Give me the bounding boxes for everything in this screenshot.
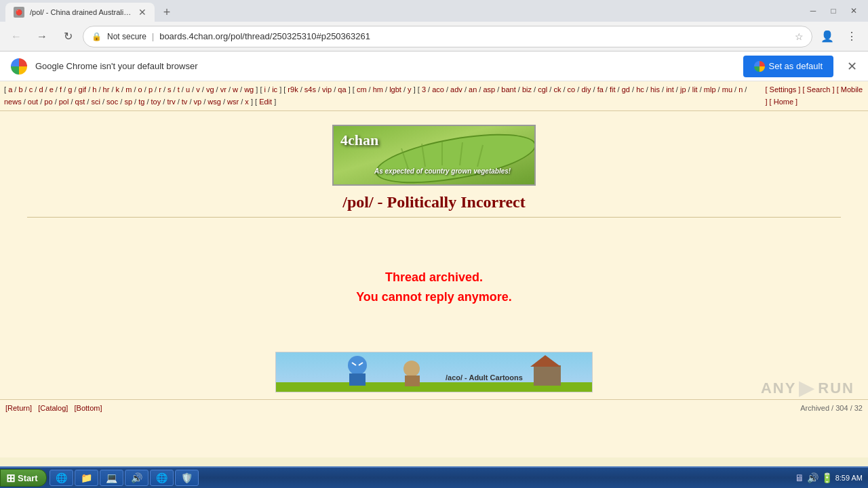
nav-link-bant[interactable]: bant	[501, 85, 515, 94]
nav-link-n[interactable]: n	[738, 85, 743, 94]
nav-link-qst[interactable]: qst	[75, 98, 85, 106]
nav-link-sp[interactable]: sp	[124, 98, 132, 106]
nav-link-cgl[interactable]: cgl	[538, 85, 547, 94]
nav-link-news[interactable]: news	[4, 98, 22, 106]
nav-link-trv[interactable]: trv	[167, 98, 175, 106]
nav-link-c[interactable]: c	[29, 85, 33, 94]
minimize-button[interactable]: ─	[804, 5, 822, 17]
forward-button[interactable]: →	[31, 26, 53, 47]
close-button[interactable]: ✕	[845, 5, 863, 17]
nav-link-co[interactable]: co	[568, 85, 576, 94]
nav-link-gd[interactable]: gd	[622, 85, 630, 94]
nav-link-f[interactable]: f	[60, 85, 62, 94]
nav-link-vg[interactable]: vg	[206, 85, 214, 94]
nav-link-his[interactable]: his	[650, 85, 660, 94]
nav-link-y[interactable]: y	[408, 85, 412, 94]
nav-link-hc[interactable]: hc	[636, 85, 644, 94]
nav-link-edit[interactable]: Edit	[259, 98, 272, 106]
nav-link-asp[interactable]: asp	[483, 85, 495, 94]
nav-link-lit[interactable]: lit	[692, 85, 698, 94]
nav-link-vp[interactable]: vp	[194, 98, 202, 106]
nav-link-hm[interactable]: hm	[373, 85, 383, 94]
nav-link-aco[interactable]: aco	[432, 85, 444, 94]
taskbar-item-media[interactable]: 🔊	[125, 470, 149, 486]
settings-link[interactable]: [ Settings ]	[765, 85, 800, 94]
nav-link-biz[interactable]: biz	[522, 85, 532, 94]
nav-link-s4s[interactable]: s4s	[304, 85, 316, 94]
nav-link-g[interactable]: g	[68, 85, 72, 94]
nav-link-e[interactable]: e	[50, 85, 54, 94]
nav-link-out[interactable]: out	[28, 98, 38, 106]
nav-link-pol[interactable]: pol	[59, 98, 69, 106]
menu-button[interactable]: ⋮	[841, 26, 863, 47]
nav-link-p[interactable]: p	[149, 85, 153, 94]
nav-link-u[interactable]: u	[186, 85, 190, 94]
back-button[interactable]: ←	[5, 26, 27, 47]
nav-link-t[interactable]: t	[178, 85, 180, 94]
catalog-link[interactable]: [Catalog]	[38, 404, 68, 412]
return-link[interactable]: [Return]	[5, 404, 32, 412]
nav-link-m[interactable]: m	[125, 85, 132, 94]
taskbar-item-chrome[interactable]: 🌐	[150, 470, 174, 486]
nav-link-d[interactable]: d	[39, 85, 43, 94]
nav-link-ck[interactable]: ck	[553, 85, 561, 94]
nav-link-jp[interactable]: jp	[680, 85, 686, 94]
home-link[interactable]: [ Home ]	[770, 98, 798, 106]
bottom-link[interactable]: [Bottom]	[75, 404, 102, 412]
nav-link-wsg[interactable]: wsg	[208, 98, 221, 106]
nav-link-r[interactable]: r	[159, 85, 161, 94]
search-link[interactable]: [ Search ]	[803, 85, 835, 94]
nav-link-adv[interactable]: adv	[450, 85, 462, 94]
nav-link-po[interactable]: po	[44, 98, 52, 106]
tab-close-button[interactable]: ✕	[138, 7, 146, 18]
nav-link-tg[interactable]: tg	[138, 98, 144, 106]
maximize-button[interactable]: □	[825, 5, 842, 17]
nav-link-int[interactable]: int	[666, 85, 674, 94]
nav-link-fa[interactable]: fa	[597, 85, 604, 94]
banner-close-button[interactable]: ✕	[847, 59, 857, 74]
new-tab-button[interactable]: +	[157, 3, 176, 22]
start-button[interactable]: ⊞ Start	[0, 469, 47, 487]
nav-link-i[interactable]: i	[264, 85, 266, 94]
nav-link-qa[interactable]: qa	[338, 85, 346, 94]
nav-link-3[interactable]: 3	[422, 85, 426, 94]
nav-link-b[interactable]: b	[18, 85, 22, 94]
active-tab[interactable]: 🔴 /pol/ - China drained Australian supp.…	[5, 3, 155, 22]
nav-link-soc[interactable]: soc	[106, 98, 118, 106]
nav-link-k[interactable]: k	[116, 85, 120, 94]
nav-link-a[interactable]: a	[8, 85, 12, 94]
ad-image[interactable]: /aco/ - Adult Cartoons	[275, 352, 593, 392]
nav-link-h[interactable]: h	[92, 85, 96, 94]
nav-link-lgbt[interactable]: lgbt	[389, 85, 401, 94]
nav-link-an[interactable]: an	[469, 85, 477, 94]
taskbar-item-folder[interactable]: 📁	[75, 470, 98, 486]
nav-link-sci[interactable]: sci	[91, 98, 100, 106]
nav-link-fit[interactable]: fit	[610, 85, 616, 94]
nav-link-v[interactable]: v	[196, 85, 200, 94]
nav-link-mu[interactable]: mu	[722, 85, 732, 94]
nav-link-diy[interactable]: diy	[581, 85, 591, 94]
nav-link-gif[interactable]: gif	[79, 85, 87, 94]
nav-link-w[interactable]: w	[233, 85, 238, 94]
nav-link-r9k[interactable]: r9k	[288, 85, 298, 94]
nav-link-wg[interactable]: wg	[244, 85, 254, 94]
nav-link-vip[interactable]: vip	[322, 85, 332, 94]
nav-link-o[interactable]: o	[138, 85, 142, 94]
refresh-button[interactable]: ↻	[57, 26, 79, 47]
nav-link-tv[interactable]: tv	[182, 98, 188, 106]
nav-link-x[interactable]: x	[245, 98, 249, 106]
profile-button[interactable]: 👤	[816, 26, 838, 47]
bookmark-icon[interactable]: ☆	[795, 31, 804, 42]
set-as-default-button[interactable]: Set as default	[743, 56, 834, 77]
nav-link-cm[interactable]: cm	[357, 85, 367, 94]
nav-link-ic[interactable]: ic	[272, 85, 277, 94]
nav-link-hr[interactable]: hr	[103, 85, 110, 94]
nav-link-wsr[interactable]: wsr	[227, 98, 239, 106]
nav-link-s[interactable]: s	[167, 85, 172, 94]
nav-link-toy[interactable]: toy	[151, 98, 161, 106]
address-bar[interactable]: 🔒 Not secure | boards.4chan.org/pol/thre…	[83, 26, 812, 47]
nav-link-vr[interactable]: vr	[220, 85, 226, 94]
taskbar-item-explorer[interactable]: 🌐	[50, 470, 73, 486]
nav-link-mlp[interactable]: mlp	[704, 85, 716, 94]
taskbar-item-security[interactable]: 🛡️	[175, 470, 199, 486]
